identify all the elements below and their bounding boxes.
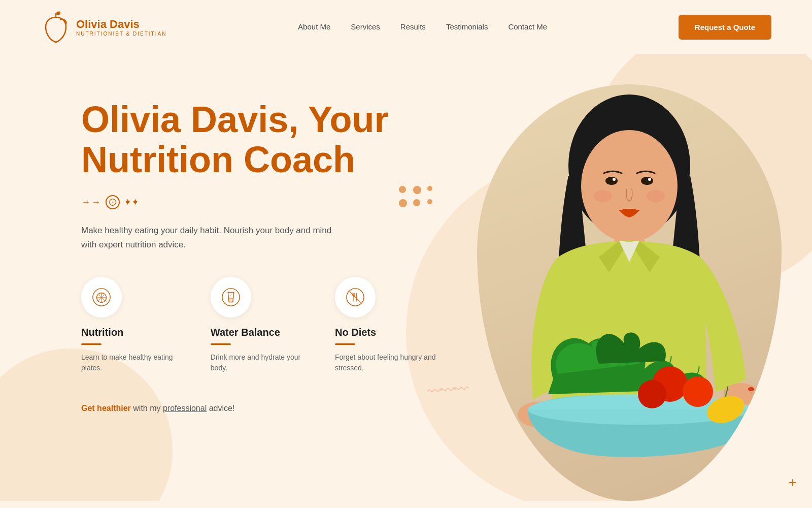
nutrition-title: Nutrition xyxy=(81,327,180,338)
dot-5 xyxy=(413,199,420,206)
logo[interactable]: Olivia Davis Nutritionist & Dietitian xyxy=(41,9,166,45)
no-diets-title: No Diets xyxy=(335,327,436,338)
nutrition-icon-circle xyxy=(81,277,122,318)
no-diets-icon xyxy=(346,288,365,307)
no-diets-desc: Forget about feeling hungry and stressed… xyxy=(335,352,436,373)
svg-point-18 xyxy=(613,178,616,181)
dot-3 xyxy=(427,186,432,191)
nav-item-testimonials[interactable]: Testimonials xyxy=(446,22,488,31)
cta-mid-text: with my xyxy=(133,404,163,412)
wavy-decoration: 〰〰〰 xyxy=(427,380,468,401)
logo-subtitle: Nutritionist & Dietitian xyxy=(76,31,166,37)
nav-item-results[interactable]: Results xyxy=(400,22,426,31)
decorative-icon-row: →→ ✦✦ xyxy=(81,195,436,209)
fruit-deco-icon xyxy=(106,195,120,209)
no-diets-icon-circle xyxy=(335,277,376,318)
dot-2 xyxy=(413,186,421,194)
svg-point-28 xyxy=(638,380,666,408)
features-row: Nutrition Learn to make healthy eating p… xyxy=(81,277,436,373)
water-icon-circle xyxy=(211,277,251,318)
svg-point-20 xyxy=(594,190,612,202)
svg-point-19 xyxy=(648,178,651,181)
hero-description: Make healthy eating your daily habit. No… xyxy=(81,224,345,251)
svg-point-6 xyxy=(222,289,240,306)
navbar: Olivia Davis Nutritionist & Dietitian Ab… xyxy=(0,0,812,54)
nav-links: About Me Services Results Testimonials C… xyxy=(298,22,547,31)
leaf-deco-icon: ✦✦ xyxy=(124,197,139,208)
hero-title: Olivia Davis, Your Nutrition Coach xyxy=(81,100,436,180)
svg-point-8 xyxy=(231,294,232,295)
svg-point-27 xyxy=(683,376,713,407)
cta-suffix-text: advice! xyxy=(209,404,235,412)
hero-section: 〰〰〰 + Olivia Davis, Your Nutrition Coach… xyxy=(0,54,812,501)
hero-content: Olivia Davis, Your Nutrition Coach →→ ✦✦… xyxy=(81,84,436,413)
svg-point-21 xyxy=(647,190,665,202)
svg-point-24 xyxy=(748,387,754,391)
nav-link-contact[interactable]: Contact Me xyxy=(508,22,547,31)
svg-point-17 xyxy=(641,177,653,185)
nav-item-services[interactable]: Services xyxy=(351,22,380,31)
nutrition-underline xyxy=(81,343,101,345)
arrow-right-deco: →→ xyxy=(81,197,101,208)
water-title: Water Balance xyxy=(211,327,304,338)
svg-point-16 xyxy=(605,177,618,185)
hero-title-line1: Olivia Davis, Your xyxy=(81,99,389,140)
nav-item-about[interactable]: About Me xyxy=(298,22,330,31)
nutrition-icon xyxy=(92,288,111,307)
feature-no-diets: No Diets Forget about feeling hungry and… xyxy=(335,277,436,373)
feature-nutrition: Nutrition Learn to make healthy eating p… xyxy=(81,277,180,373)
feature-water: Water Balance Drink more and hydrate you… xyxy=(211,277,304,373)
cta-line: Get healthier with my professional advic… xyxy=(81,404,436,413)
hero-title-line2: Nutrition Coach xyxy=(81,139,355,180)
request-quote-button[interactable]: Request a Quote xyxy=(679,15,771,40)
plus-decoration: + xyxy=(789,474,797,491)
logo-icon xyxy=(41,9,71,45)
nav-link-testimonials[interactable]: Testimonials xyxy=(446,22,488,31)
no-diets-underline xyxy=(335,343,355,345)
water-icon xyxy=(221,288,241,307)
nav-item-contact[interactable]: Contact Me xyxy=(508,22,547,31)
svg-line-12 xyxy=(350,291,361,303)
dot-6 xyxy=(427,199,432,204)
water-desc: Drink more and hydrate your body. xyxy=(211,352,304,373)
nav-link-services[interactable]: Services xyxy=(351,22,380,31)
svg-point-7 xyxy=(230,295,231,296)
logo-text: Olivia Davis Nutritionist & Dietitian xyxy=(76,18,166,37)
dot-4 xyxy=(399,199,407,207)
logo-name: Olivia Davis xyxy=(76,18,166,31)
svg-point-15 xyxy=(581,130,678,242)
nav-link-about[interactable]: About Me xyxy=(298,22,330,31)
dot-1 xyxy=(399,186,406,193)
water-underline xyxy=(211,343,231,345)
nutrition-desc: Learn to make healthy eating plates. xyxy=(81,352,180,373)
get-healthier-link[interactable]: Get healthier xyxy=(81,404,131,412)
nav-link-results[interactable]: Results xyxy=(400,22,426,31)
decorative-dots xyxy=(399,186,436,207)
professional-link[interactable]: professional xyxy=(163,404,207,412)
